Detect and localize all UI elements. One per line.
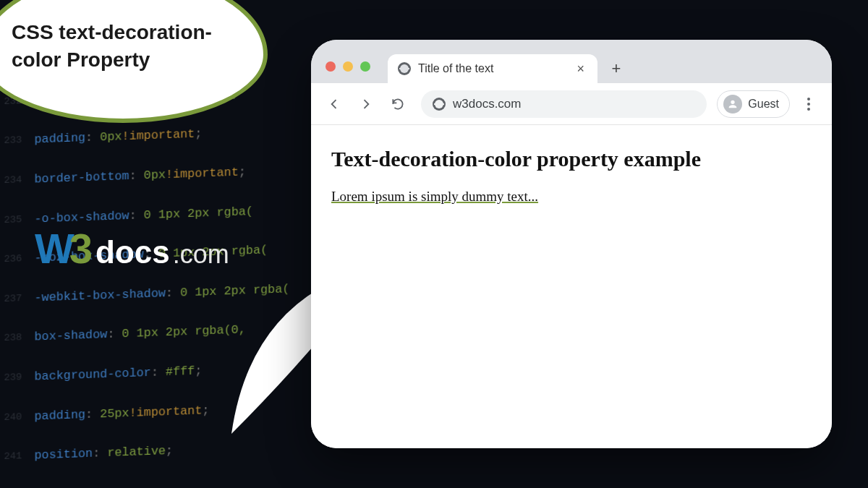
globe-icon	[398, 62, 411, 75]
avatar-icon	[723, 95, 742, 114]
tab-strip: Title of the text × +	[311, 40, 832, 83]
demo-paragraph: Lorem ipsum is simply dummy text...	[331, 189, 538, 205]
profile-label: Guest	[748, 98, 779, 111]
browser-window: Title of the text × + w3docs.com Guest	[311, 40, 832, 448]
logo-dotcom: .com	[173, 239, 229, 270]
menu-button[interactable]	[796, 91, 822, 117]
address-bar[interactable]: w3docs.com	[421, 90, 707, 118]
url-text: w3docs.com	[453, 97, 521, 111]
arrow-left-icon	[327, 97, 341, 111]
maximize-window-icon[interactable]	[360, 61, 370, 72]
browser-tab[interactable]: Title of the text ×	[388, 54, 597, 83]
logo-docs: docs	[95, 234, 170, 270]
dot-icon	[807, 108, 810, 111]
profile-chip[interactable]: Guest	[717, 90, 790, 118]
content-heading: Text-decoration-color property example	[331, 147, 812, 171]
logo-three: 3	[69, 224, 93, 273]
reload-button[interactable]	[385, 91, 411, 117]
dot-icon	[807, 98, 810, 100]
plus-icon: +	[612, 59, 621, 78]
dot-icon	[807, 103, 810, 106]
w3docs-logo: W 3 docs .com	[35, 224, 229, 273]
reload-icon	[391, 97, 405, 111]
forward-button[interactable]	[353, 91, 379, 117]
logo-w: W	[35, 224, 72, 273]
new-tab-button[interactable]: +	[606, 59, 626, 79]
arrow-right-icon	[359, 97, 373, 111]
site-globe-icon	[433, 98, 446, 111]
minimize-window-icon[interactable]	[343, 61, 353, 72]
close-window-icon[interactable]	[326, 61, 336, 72]
back-button[interactable]	[321, 91, 347, 117]
page-content: Text-decoration-color property example L…	[311, 125, 832, 448]
tab-title: Title of the text	[418, 62, 566, 75]
browser-toolbar: w3docs.com Guest	[311, 83, 832, 125]
close-tab-icon[interactable]: ×	[574, 59, 587, 78]
traffic-lights	[326, 61, 370, 72]
page-title: CSS text-decoration-color Property	[12, 19, 242, 74]
